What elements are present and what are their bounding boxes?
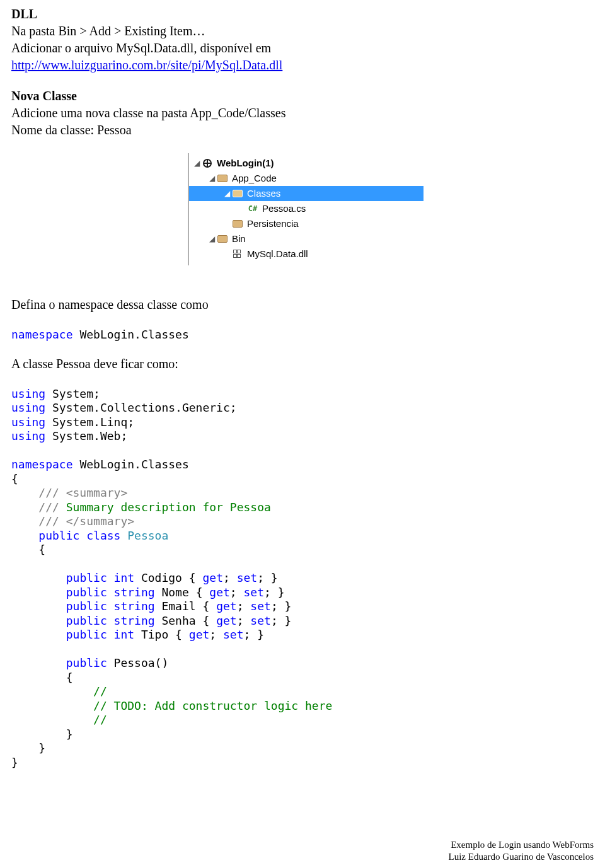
- tree-appcode: App_Code: [232, 173, 277, 185]
- tree-persist: Persistencia: [247, 218, 299, 230]
- globe-icon: [202, 158, 213, 168]
- footer-line2: Luiz Eduardo Guarino de Vasconcelos: [11, 851, 594, 863]
- expand-arrow-icon: ◢: [222, 189, 232, 199]
- paragraph-bin: Na pasta Bin > Add > Existing Item…: [11, 23, 594, 39]
- heading-nova-classe: Nova Classe: [11, 88, 594, 104]
- expand-arrow-icon: ◢: [207, 174, 217, 183]
- tree-bin: Bin: [232, 233, 246, 245]
- document-body: DLL Na pasta Bin > Add > Existing Item… …: [11, 6, 594, 863]
- paragraph-def-ns: Defina o namespace dessa classe como: [11, 297, 594, 313]
- csharp-file-icon: C#: [247, 204, 258, 214]
- footer-line1: Exemplo de Login usando WebForms: [11, 839, 594, 851]
- dll-icon: [232, 249, 243, 259]
- expand-arrow-icon: ◢: [192, 159, 202, 168]
- paragraph-classe: A classe Pessoa deve ficar como:: [11, 356, 594, 372]
- solution-explorer: ◢ WebLogin(1) ◢ App_Code ◢ Classes C# Pe…: [188, 153, 391, 265]
- tree-root: WebLogin(1): [217, 158, 274, 170]
- tree-pessoa: Pessoa.cs: [262, 203, 306, 215]
- download-link[interactable]: http://www.luizguarino.com.br/site/pi/My…: [11, 58, 282, 72]
- expand-arrow-icon: ◢: [207, 234, 217, 244]
- folder-icon: [232, 219, 243, 229]
- page-footer: Exemplo de Login usando WebForms Luiz Ed…: [11, 839, 594, 863]
- code-namespace: namespace WebLogin.Classes: [11, 328, 594, 342]
- tree-dll: MySql.Data.dll: [247, 248, 308, 260]
- folder-icon: [217, 234, 228, 244]
- folder-icon: [217, 173, 228, 183]
- folder-open-icon: [232, 188, 243, 199]
- code-pessoa-class: using System; using System.Collections.G…: [11, 387, 594, 770]
- tree-classes: Classes: [247, 188, 280, 200]
- paragraph-nova1: Adicione uma nova classe na pasta App_Co…: [11, 105, 594, 121]
- paragraph-add: Adicionar o arquivo MySql.Data.dll, disp…: [11, 40, 594, 56]
- paragraph-nova2: Nome da classe: Pessoa: [11, 122, 594, 138]
- heading-dll: DLL: [11, 6, 594, 22]
